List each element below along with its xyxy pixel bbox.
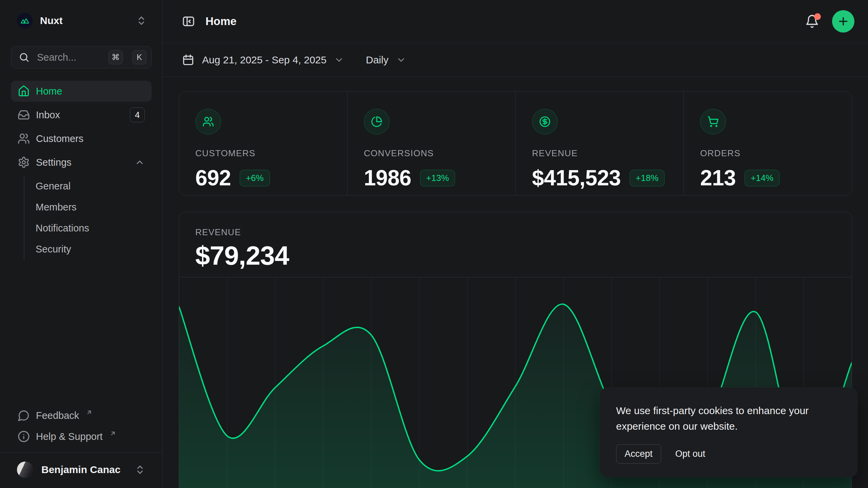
kbd-meta: ⌘ <box>108 50 123 64</box>
stat-label: REVENUE <box>532 148 578 159</box>
inbox-icon <box>18 109 30 121</box>
sidebar-item-label: Customers <box>36 133 83 144</box>
sidebar-item-settings[interactable]: Settings <box>11 152 152 173</box>
revenue-chart-value: $79,234 <box>195 243 835 268</box>
gear-icon <box>18 156 30 168</box>
external-link-icon <box>110 430 116 437</box>
sub-item-label: Notifications <box>36 223 89 234</box>
stat-customers: CUSTOMERS 692 +6% <box>179 92 347 195</box>
dollar-circle-icon <box>532 109 558 135</box>
stat-value: 692 <box>195 165 231 190</box>
stat-delta-badge: +6% <box>240 170 270 186</box>
feedback-link[interactable]: Feedback <box>11 406 152 425</box>
pie-chart-icon <box>364 109 390 135</box>
sidebar-footer: Feedback Help & Support <box>11 404 152 452</box>
revenue-chart-header: REVENUE $79,234 <box>179 212 852 268</box>
stat-delta-badge: +14% <box>745 170 780 186</box>
notifications-button[interactable] <box>805 14 819 28</box>
home-icon <box>18 85 30 97</box>
help-support-label: Help & Support <box>36 431 103 442</box>
calendar-icon <box>182 54 195 66</box>
accept-cookies-button[interactable]: Accept <box>616 444 661 464</box>
workspace-name: Nuxt <box>40 15 129 26</box>
stat-value: 1986 <box>364 165 411 190</box>
stat-label: ORDERS <box>700 148 741 159</box>
inbox-count-badge: 4 <box>130 107 145 122</box>
cookie-actions: Accept Opt out <box>616 444 841 464</box>
filter-toolbar: Aug 21, 2025 - Sep 4, 2025 Daily <box>163 43 868 77</box>
workspace-switcher[interactable]: Nuxt <box>11 9 152 32</box>
stat-value: $415,523 <box>532 165 621 190</box>
kbd-k: K <box>132 50 146 64</box>
page-title: Home <box>205 15 237 28</box>
unread-dot <box>814 13 821 20</box>
settings-subnav: General Members Notifications Security <box>24 176 152 260</box>
feedback-label: Feedback <box>36 410 79 421</box>
stat-orders: ORDERS 213 +14% <box>684 92 852 195</box>
users-icon <box>18 133 30 145</box>
stat-conversions: CONVERSIONS 1986 +13% <box>347 92 515 195</box>
help-support-link[interactable]: Help & Support <box>11 427 152 446</box>
search-placeholder: Search... <box>37 52 101 63</box>
chevron-up-icon <box>135 157 145 167</box>
cookie-banner: We use first-party cookies to enhance yo… <box>600 387 857 477</box>
sidebar: Nuxt Search... ⌘ K Home <box>0 0 163 488</box>
user-section: Benjamin Canac <box>0 452 162 488</box>
chat-bubble-icon <box>18 409 30 422</box>
sub-item-label: General <box>36 181 71 192</box>
sub-item-label: Security <box>36 244 71 255</box>
revenue-chart-label: REVENUE <box>195 227 835 238</box>
stats-summary-card: CUSTOMERS 692 +6% CONVERSIONS 1986 +13% <box>179 92 852 196</box>
stat-delta-badge: +18% <box>630 170 665 186</box>
sidebar-item-notifications[interactable]: Notifications <box>36 218 152 239</box>
sidebar-item-label: Settings <box>36 157 72 168</box>
stat-label: CUSTOMERS <box>195 148 255 159</box>
info-circle-icon <box>18 430 30 443</box>
sub-item-label: Members <box>36 202 77 213</box>
sidebar-item-inbox[interactable]: Inbox 4 <box>11 104 152 125</box>
granularity-select[interactable]: Daily <box>366 54 406 66</box>
chevron-down-icon <box>396 55 406 65</box>
avatar <box>17 462 33 478</box>
chevrons-up-down-icon <box>136 15 147 26</box>
sidebar-item-label: Home <box>36 86 62 97</box>
users-icon <box>195 109 221 135</box>
sidebar-item-home[interactable]: Home <box>11 81 152 102</box>
search-input[interactable]: Search... ⌘ K <box>11 46 152 68</box>
granularity-value: Daily <box>366 54 389 66</box>
sidebar-nav: Home Inbox 4 Customers Settings <box>11 81 152 404</box>
stat-value: 213 <box>700 165 736 190</box>
nuxt-logo-icon <box>17 13 33 28</box>
search-icon <box>19 52 29 63</box>
chevron-down-icon <box>334 55 344 65</box>
stat-label: CONVERSIONS <box>364 148 434 159</box>
stat-revenue: REVENUE $415,523 +18% <box>515 92 684 195</box>
optout-cookies-button[interactable]: Opt out <box>675 449 706 459</box>
cookie-message: We use first-party cookies to enhance yo… <box>616 403 841 434</box>
sidebar-item-members[interactable]: Members <box>36 197 152 218</box>
sidebar-item-security[interactable]: Security <box>36 239 152 260</box>
sidebar-item-label: Inbox <box>36 109 60 121</box>
add-button[interactable] <box>832 10 854 33</box>
sidebar-item-general[interactable]: General <box>36 176 152 197</box>
user-name: Benjamin Canac <box>41 464 126 475</box>
topbar-actions <box>805 10 854 33</box>
sidebar-item-customers[interactable]: Customers <box>11 128 152 149</box>
date-range-value: Aug 21, 2025 - Sep 4, 2025 <box>202 54 327 66</box>
cart-icon <box>700 109 726 135</box>
date-range-picker[interactable]: Aug 21, 2025 - Sep 4, 2025 <box>182 54 344 66</box>
stat-delta-badge: +13% <box>420 170 455 186</box>
chevrons-up-down-icon <box>135 464 145 475</box>
external-link-icon <box>86 409 93 416</box>
user-menu[interactable]: Benjamin Canac <box>11 459 152 481</box>
collapse-sidebar-button[interactable] <box>182 15 195 28</box>
topbar: Home <box>163 0 868 43</box>
